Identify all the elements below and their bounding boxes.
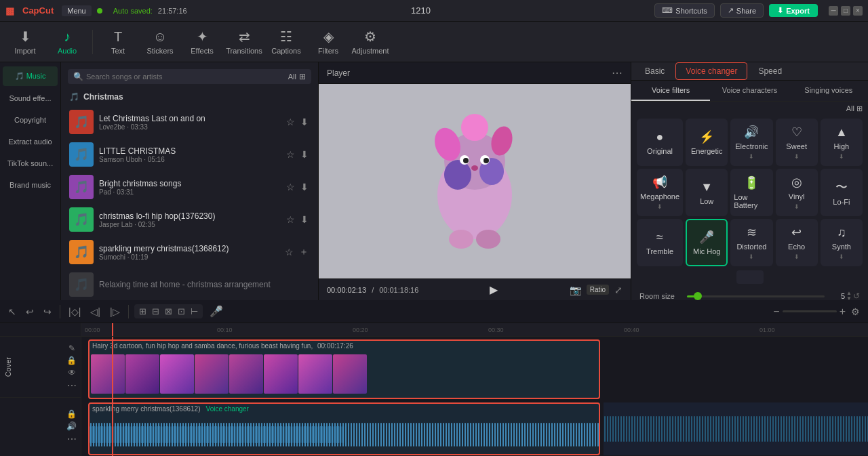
sidebar-item-brand-music[interactable]: Brand music bbox=[3, 175, 58, 194]
select-tool[interactable]: ↖ bbox=[5, 305, 19, 318]
trim-right[interactable]: |▷ bbox=[107, 305, 123, 318]
voice-cell-lo-fi[interactable]: 〜 Lo-Fi bbox=[821, 169, 863, 216]
list-item[interactable]: 🎵 sparkling merry christmas(1368612) Sum… bbox=[64, 236, 315, 268]
zoom-out-button[interactable]: − bbox=[773, 306, 779, 318]
favorite-button-5[interactable]: ☆ bbox=[283, 245, 295, 260]
zoom-slider[interactable] bbox=[783, 310, 837, 312]
voice-cell-tremble[interactable]: ≈ Tremble bbox=[637, 219, 683, 266]
subtab-voice-characters[interactable]: Voice characters bbox=[710, 81, 789, 101]
voice-cell-megaphone[interactable]: 📢 Megaphone ⬇ bbox=[637, 169, 683, 216]
export-label: Export bbox=[786, 7, 810, 15]
shortcuts-button[interactable]: ⌨ Shortcuts bbox=[654, 3, 714, 18]
trim-left[interactable]: ◁| bbox=[87, 305, 103, 318]
voice-cell-original[interactable]: ● Original bbox=[637, 119, 683, 166]
fullscreen-button[interactable]: ⤢ bbox=[614, 285, 623, 295]
audio-track-controls: 🔒 🔊 ⋯ bbox=[66, 409, 77, 444]
maximize-button[interactable]: □ bbox=[841, 6, 850, 16]
tool-import[interactable]: ⬇ Import bbox=[5, 24, 45, 60]
undo-button[interactable]: ↩ bbox=[23, 305, 37, 318]
close-button[interactable]: × bbox=[853, 6, 863, 16]
track-lock-icon[interactable]: 🔒 bbox=[66, 356, 77, 365]
sidebar-item-tiktok[interactable]: TikTok soun... bbox=[3, 154, 58, 173]
download-button-1[interactable]: ⬇ bbox=[299, 115, 310, 129]
waveform bbox=[90, 416, 599, 453]
player-more-button[interactable]: ⋯ bbox=[612, 66, 623, 79]
voice-cell-synth[interactable]: ♫ Synth ⬇ bbox=[821, 219, 863, 266]
room-size-reset[interactable]: ↺ bbox=[853, 291, 860, 300]
group-btn-3[interactable]: ⊠ bbox=[163, 306, 174, 317]
voice-cell-vinyl[interactable]: ◎ Vinyl ⬇ bbox=[776, 169, 818, 216]
mic-button[interactable]: 🎤 bbox=[210, 305, 223, 318]
voice-cell-mic-hog[interactable]: 🎤 Mic Hog bbox=[686, 219, 728, 266]
ruler-40: 00:40 bbox=[624, 327, 639, 333]
favorite-button-1[interactable]: ☆ bbox=[285, 115, 296, 129]
group-btn-5[interactable]: ⊢ bbox=[189, 306, 200, 317]
audio-lock-icon[interactable]: 🔒 bbox=[66, 409, 77, 419]
sidebar-item-extract-audio[interactable]: Extract audio bbox=[3, 132, 58, 151]
sidebar-item-music[interactable]: 🎵 Music bbox=[3, 66, 58, 86]
group-btn-2[interactable]: ⊟ bbox=[150, 306, 161, 317]
voice-cell-sweet[interactable]: ♡ Sweet ⬇ bbox=[776, 119, 818, 166]
screenshot-button[interactable]: 📷 bbox=[570, 285, 581, 295]
download-button-3[interactable]: ⬇ bbox=[299, 180, 310, 194]
favorite-button-3[interactable]: ☆ bbox=[285, 180, 296, 194]
subtab-singing-voices[interactable]: Singing voices bbox=[789, 81, 868, 101]
subtab-voice-filters[interactable]: Voice filters bbox=[631, 81, 710, 101]
sidebar-item-copyright[interactable]: Copyright bbox=[3, 110, 58, 129]
tool-adjustment[interactable]: ⚙ Adjustment bbox=[351, 24, 390, 60]
tool-text[interactable]: T Text bbox=[98, 24, 138, 60]
favorite-button-2[interactable]: ☆ bbox=[285, 148, 296, 161]
list-item[interactable]: 🎵 christmas lo-fi hip hop(1376230) Jaspe… bbox=[64, 203, 315, 236]
share-button[interactable]: ↗ Share bbox=[720, 3, 764, 18]
audio-vol-icon[interactable]: 🔊 bbox=[66, 421, 77, 431]
sidebar-item-sound-effects[interactable]: Sound effe... bbox=[3, 89, 58, 108]
tool-effects[interactable]: ✦ Effects bbox=[182, 24, 222, 60]
tool-audio[interactable]: ♪ Audio bbox=[47, 24, 87, 60]
tool-filters[interactable]: ◈ Filters bbox=[309, 24, 348, 60]
filter-icon[interactable]: ⊞ bbox=[299, 72, 306, 81]
room-size-slider[interactable] bbox=[687, 295, 825, 297]
voice-cell-low-battery[interactable]: 🔋 Low Battery bbox=[730, 169, 772, 216]
tool-captions[interactable]: ☷ Captions bbox=[267, 24, 306, 60]
voice-cell-low[interactable]: ▼ Low bbox=[686, 169, 728, 216]
list-item[interactable]: 🎵 Bright christmas songs Pad · 03:31 ☆ ⬇ bbox=[64, 171, 315, 203]
menu-button[interactable]: Menu bbox=[62, 5, 92, 16]
tool-transitions[interactable]: ⇄ Transitions bbox=[224, 24, 264, 60]
voice-cell-high[interactable]: ▲ High ⬇ bbox=[821, 119, 863, 166]
group-btn-1[interactable]: ⊞ bbox=[137, 306, 149, 317]
voice-cell-distorted[interactable]: ≋ Distorted ⬇ bbox=[730, 219, 772, 266]
favorite-button-4[interactable]: ☆ bbox=[285, 213, 296, 226]
track-more-icon[interactable]: ⋯ bbox=[67, 380, 77, 391]
audio-track-clip[interactable]: sparkling merry christmas(1368612) Voice… bbox=[88, 402, 600, 455]
export-button[interactable]: ⬇ Export bbox=[769, 4, 818, 17]
video-track-clip[interactable]: Hairy 3d cartoon, fun hip hop and samba … bbox=[88, 339, 600, 399]
all-filters-button[interactable]: All ⊞ bbox=[846, 104, 863, 113]
voice-cell-energetic[interactable]: ⚡ Energetic bbox=[686, 119, 728, 166]
search-all-button[interactable]: All bbox=[288, 72, 296, 81]
list-item[interactable]: 🎵 LITTLE CHRISTMAS Samson Uboh · 05:16 ☆… bbox=[64, 138, 315, 171]
list-item[interactable]: 🎵 Relaxing time at home - christmas arra… bbox=[64, 268, 315, 300]
ratio-badge[interactable]: Ratio bbox=[587, 285, 609, 295]
zoom-in-button[interactable]: + bbox=[840, 306, 846, 318]
tab-basic[interactable]: Basic bbox=[635, 63, 674, 79]
audio-more-icon[interactable]: ⋯ bbox=[67, 434, 77, 444]
track-edit-icon[interactable]: ✎ bbox=[68, 344, 75, 353]
zoom-settings[interactable]: ⚙ bbox=[848, 305, 863, 318]
minimize-button[interactable]: ─ bbox=[829, 6, 838, 16]
tab-speed[interactable]: Speed bbox=[749, 63, 791, 79]
group-btn-4[interactable]: ⊡ bbox=[176, 306, 187, 317]
voice-cell-electronic[interactable]: 🔊 Electronic ⬇ bbox=[730, 119, 772, 166]
voice-cell-echo[interactable]: ↩ Echo ⬇ bbox=[776, 219, 818, 266]
play-button[interactable]: ▶ bbox=[490, 283, 498, 296]
project-name: 1210 bbox=[193, 5, 650, 16]
add-button-5[interactable]: ＋ bbox=[298, 245, 310, 260]
tab-voice-changer[interactable]: Voice changer bbox=[675, 62, 747, 80]
split-button[interactable]: |◇| bbox=[66, 305, 83, 318]
redo-button[interactable]: ↪ bbox=[41, 305, 54, 318]
search-input[interactable] bbox=[86, 72, 285, 81]
download-button-4[interactable]: ⬇ bbox=[299, 213, 310, 226]
download-button-2[interactable]: ⬇ bbox=[299, 148, 310, 161]
list-item[interactable]: 🎵 Let Christmas Last on and on Love2be ·… bbox=[64, 106, 315, 138]
track-eye-icon[interactable]: 👁 bbox=[68, 368, 76, 377]
tool-stickers[interactable]: ☺ Stickers bbox=[140, 24, 180, 60]
